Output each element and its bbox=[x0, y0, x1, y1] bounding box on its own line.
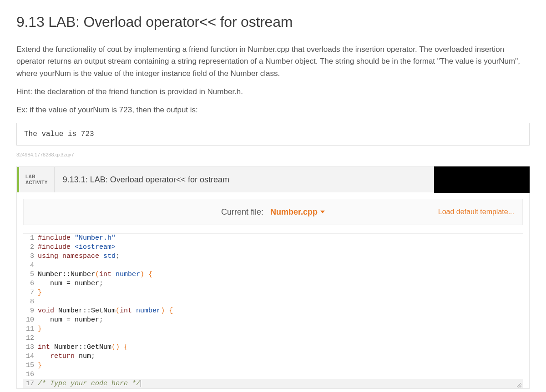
example-output: The value is 723 bbox=[16, 123, 530, 146]
load-default-template-link[interactable]: Load default template... bbox=[438, 208, 514, 216]
line-number: 6 bbox=[23, 279, 38, 288]
code-line[interactable]: 8 bbox=[23, 297, 523, 307]
code-line[interactable]: 12 bbox=[23, 334, 523, 343]
description-paragraph-2: Hint: the declaration of the friend func… bbox=[16, 86, 530, 98]
line-number: 2 bbox=[23, 243, 38, 252]
lab-activity-card: LAB ACTIVITY 9.13.1: LAB: Overload opera… bbox=[16, 166, 530, 389]
code-line[interactable]: 10 num = number; bbox=[23, 316, 523, 325]
file-toolbar: Current file: Number.cpp Load default te… bbox=[23, 199, 523, 225]
code-editor[interactable]: 1#include "Number.h"2#include <iostream>… bbox=[23, 233, 523, 388]
code-line[interactable]: 6 num = number; bbox=[23, 279, 523, 288]
code-content[interactable]: int Number::GetNum() { bbox=[38, 343, 523, 352]
code-content[interactable]: void Number::SetNum(int number) { bbox=[38, 307, 523, 316]
activity-score-box bbox=[434, 166, 530, 193]
code-line[interactable]: 7} bbox=[23, 288, 523, 297]
line-number: 17 bbox=[23, 379, 38, 388]
code-content[interactable]: #include "Number.h" bbox=[38, 234, 523, 243]
line-number: 4 bbox=[23, 261, 38, 270]
page-title: 9.13 LAB: Overload operator<< for ostrea… bbox=[16, 11, 530, 33]
activity-kind-line2: ACTIVITY bbox=[25, 180, 48, 186]
activity-body: Current file: Number.cpp Load default te… bbox=[17, 192, 529, 388]
line-number: 8 bbox=[23, 297, 38, 307]
line-number: 14 bbox=[23, 352, 38, 361]
resize-grip-icon[interactable] bbox=[517, 383, 521, 387]
code-content[interactable] bbox=[38, 261, 523, 270]
code-content[interactable] bbox=[38, 370, 523, 379]
code-content[interactable]: using namespace std; bbox=[38, 252, 523, 261]
code-line[interactable]: 2#include <iostream> bbox=[23, 243, 523, 252]
line-number: 5 bbox=[23, 270, 38, 279]
line-number: 15 bbox=[23, 361, 38, 370]
description-paragraph-1: Extend the functionality of cout by impl… bbox=[16, 44, 530, 80]
activity-title: 9.13.1: LAB: Overload operator<< for ost… bbox=[55, 167, 434, 192]
code-content[interactable] bbox=[38, 334, 523, 343]
code-line[interactable]: 4 bbox=[23, 261, 523, 270]
description-paragraph-3: Ex: if the value of yourNum is 723, then… bbox=[16, 104, 530, 116]
code-content[interactable]: #include <iostream> bbox=[38, 243, 523, 252]
activity-kind-line1: LAB bbox=[25, 174, 48, 180]
code-line[interactable]: 3using namespace std; bbox=[23, 252, 523, 261]
line-number: 9 bbox=[23, 307, 38, 316]
chevron-down-icon bbox=[320, 211, 325, 213]
seed-id: 324984.1778288.qx3zqy7 bbox=[16, 151, 530, 159]
code-line[interactable]: 1#include "Number.h" bbox=[23, 234, 523, 243]
code-content[interactable]: num = number; bbox=[38, 316, 523, 325]
code-line[interactable]: 16 bbox=[23, 370, 523, 379]
code-line[interactable]: 9void Number::SetNum(int number) { bbox=[23, 307, 523, 316]
code-content[interactable] bbox=[38, 297, 523, 307]
code-content[interactable]: } bbox=[38, 288, 523, 297]
code-content[interactable]: } bbox=[38, 361, 523, 370]
line-number: 3 bbox=[23, 252, 38, 261]
code-line[interactable]: 14 return num; bbox=[23, 352, 523, 361]
code-line[interactable]: 5Number::Number(int number) { bbox=[23, 270, 523, 279]
code-content[interactable]: } bbox=[38, 325, 523, 334]
activity-header: LAB ACTIVITY 9.13.1: LAB: Overload opera… bbox=[17, 167, 529, 192]
code-line[interactable]: 15} bbox=[23, 361, 523, 370]
line-number: 11 bbox=[23, 325, 38, 334]
line-number: 10 bbox=[23, 316, 38, 325]
code-content[interactable]: Number::Number(int number) { bbox=[38, 270, 523, 279]
line-number: 16 bbox=[23, 370, 38, 379]
current-file-name: Number.cpp bbox=[270, 206, 318, 218]
current-file-label: Current file: bbox=[221, 207, 263, 216]
file-selector[interactable]: Number.cpp bbox=[270, 206, 325, 218]
line-number: 12 bbox=[23, 334, 38, 343]
line-number: 13 bbox=[23, 343, 38, 352]
code-content[interactable]: return num; bbox=[38, 352, 523, 361]
text-cursor bbox=[141, 380, 141, 387]
activity-kind-label: LAB ACTIVITY bbox=[19, 167, 55, 192]
line-number: 7 bbox=[23, 288, 38, 297]
code-line[interactable]: 17/* Type your code here */ bbox=[23, 379, 523, 388]
code-content[interactable]: /* Type your code here */ bbox=[38, 379, 523, 388]
code-line[interactable]: 11} bbox=[23, 325, 523, 334]
line-number: 1 bbox=[23, 234, 38, 243]
code-content[interactable]: num = number; bbox=[38, 279, 523, 288]
code-line[interactable]: 13int Number::GetNum() { bbox=[23, 343, 523, 352]
